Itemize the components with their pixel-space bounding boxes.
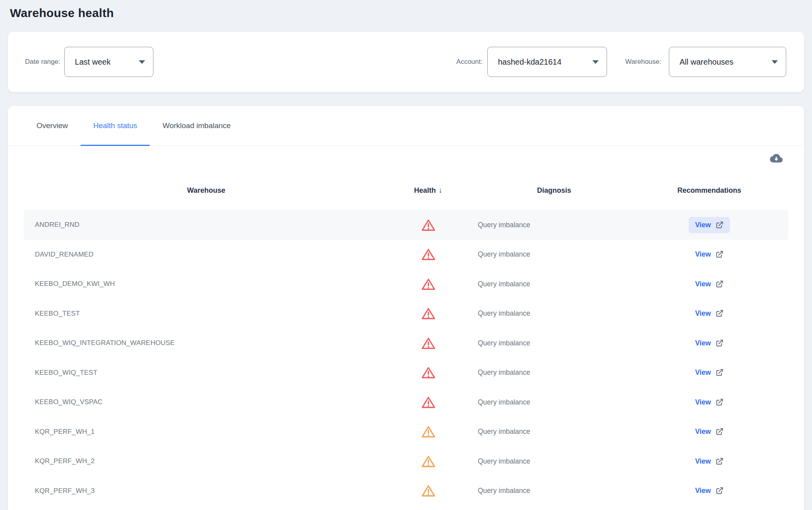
view-button[interactable]: View — [689, 217, 730, 233]
table-header-row: Warehouse Health ↓ Diagnosis Recommendat… — [24, 171, 788, 210]
external-link-icon — [715, 339, 724, 347]
external-link-icon — [715, 221, 724, 229]
warning-triangle-icon — [421, 278, 436, 291]
account-label: Account: — [456, 58, 483, 66]
download-button[interactable] — [768, 150, 785, 167]
view-label: View — [695, 250, 711, 259]
external-link-icon — [715, 398, 724, 406]
warning-triangle-icon — [421, 366, 436, 379]
external-link-icon — [715, 487, 724, 495]
diagnosis-text: Query imbalance — [468, 457, 630, 466]
external-link-icon — [715, 457, 724, 466]
warehouse-name: ANDREI_RND — [24, 221, 389, 229]
column-header-health-label: Health — [414, 186, 436, 195]
account-select[interactable]: hashed-kda21614 — [487, 47, 607, 77]
warning-triangle-icon — [421, 248, 436, 261]
warehouse-name: KEEBO_WIQ_TEST — [24, 369, 389, 377]
date-range-value: Last week — [75, 58, 111, 67]
diagnosis-text: Query imbalance — [468, 487, 630, 495]
diagnosis-text: Query imbalance — [468, 398, 630, 406]
view-button[interactable]: View — [689, 335, 730, 351]
warehouse-name: KEEBO_DEMO_KWI_WH — [24, 280, 389, 288]
warehouse-name: KEEBO_TEST — [24, 310, 389, 318]
view-button[interactable]: View — [689, 424, 730, 440]
warehouse-name: KQR_PERF_WH_2 — [24, 457, 389, 465]
external-link-icon — [715, 280, 724, 288]
view-label: View — [695, 309, 711, 318]
warning-triangle-icon — [421, 219, 436, 232]
view-button[interactable]: View — [689, 394, 730, 410]
view-label: View — [695, 339, 711, 347]
warehouse-name: KEEBO_WIQ_VSPAC — [24, 398, 389, 406]
warehouse-select[interactable]: All warehouses — [669, 47, 786, 77]
table-row: KQR_PERF_WH_1 Query imbalance View — [24, 417, 788, 447]
table-row: DAVID_RENAMED Query imbalance View — [24, 240, 788, 270]
tab-overview[interactable]: Overview — [24, 106, 80, 146]
view-label: View — [695, 280, 711, 288]
account-value: hashed-kda21614 — [498, 58, 561, 67]
table-toolbar — [8, 146, 804, 171]
warehouse-name: KQR_PERF_WH_3 — [24, 487, 389, 495]
external-link-icon — [715, 428, 724, 436]
view-button[interactable]: View — [689, 453, 730, 470]
warehouse-label: Warehouse: — [625, 58, 661, 66]
view-label: View — [695, 398, 711, 406]
view-button[interactable]: View — [689, 305, 730, 322]
tab-health-status[interactable]: Health status — [80, 106, 150, 146]
table-row: KEEBO_TEST Query imbalance View — [24, 299, 788, 329]
diagnosis-text: Query imbalance — [468, 280, 630, 288]
chevron-down-icon — [139, 60, 145, 64]
table-row: KQR_PERF_WH_3 Query imbalance View — [24, 476, 788, 506]
external-link-icon — [715, 309, 724, 318]
view-button[interactable]: View — [689, 246, 730, 263]
view-button[interactable]: View — [689, 364, 730, 381]
view-label: View — [695, 428, 711, 436]
table-row: KEEBO_WIQ_INTEGRATION_WAREHOUSE Query im… — [24, 328, 788, 358]
warning-triangle-icon — [421, 455, 436, 468]
warehouse-name: DAVID_RENAMED — [24, 251, 389, 259]
column-header-warehouse[interactable]: Warehouse — [24, 186, 389, 195]
filter-right-group: Account: hashed-kda21614 Warehouse: All … — [456, 47, 786, 77]
view-label: View — [695, 221, 711, 229]
filter-bar: Date range: Last week Account: hashed-kd… — [8, 32, 804, 92]
warning-triangle-icon — [421, 425, 436, 438]
diagnosis-text: Query imbalance — [468, 250, 630, 259]
warehouse-value: All warehouses — [680, 58, 733, 67]
column-header-recommendations[interactable]: Recommendations — [630, 186, 788, 195]
table-body: ANDREI_RND Query imbalance View DAVID_RE… — [24, 210, 788, 506]
warning-triangle-icon — [421, 484, 436, 497]
warning-triangle-icon — [421, 307, 436, 320]
table-row: KQR_PERF_WH_2 Query imbalance View — [24, 447, 788, 476]
warning-triangle-icon — [421, 396, 436, 409]
health-table: Warehouse Health ↓ Diagnosis Recommendat… — [24, 171, 788, 506]
column-header-health[interactable]: Health ↓ — [389, 186, 468, 195]
health-status-panel: Overview Health status Workload imbalanc… — [8, 106, 804, 510]
view-button[interactable]: View — [689, 276, 730, 292]
external-link-icon — [715, 368, 724, 377]
view-label: View — [695, 487, 711, 495]
column-header-diagnosis[interactable]: Diagnosis — [468, 186, 630, 195]
table-row: ANDREI_RND Query imbalance View — [24, 210, 788, 240]
warning-triangle-icon — [421, 337, 436, 350]
date-range-label: Date range: — [25, 58, 60, 66]
view-label: View — [695, 368, 711, 377]
warehouse-name: KQR_PERF_WH_1 — [24, 428, 389, 436]
cloud-download-icon — [769, 152, 784, 165]
table-row: KEEBO_WIQ_TEST Query imbalance View — [24, 358, 788, 388]
diagnosis-text: Query imbalance — [468, 221, 630, 229]
view-button[interactable]: View — [689, 483, 730, 499]
diagnosis-text: Query imbalance — [468, 309, 630, 318]
diagnosis-text: Query imbalance — [468, 339, 630, 347]
chevron-down-icon — [772, 60, 778, 64]
chevron-down-icon — [592, 60, 599, 64]
tab-workload-imbalance[interactable]: Workload imbalance — [150, 106, 243, 146]
diagnosis-text: Query imbalance — [468, 428, 630, 436]
view-label: View — [695, 457, 711, 466]
external-link-icon — [715, 250, 724, 259]
tab-bar: Overview Health status Workload imbalanc… — [8, 106, 804, 146]
table-row: KEEBO_DEMO_KWI_WH Query imbalance View — [24, 269, 788, 299]
warehouse-name: KEEBO_WIQ_INTEGRATION_WAREHOUSE — [24, 339, 389, 347]
page-title: Warehouse health — [10, 6, 114, 20]
date-range-select[interactable]: Last week — [64, 47, 153, 77]
table-row: KEEBO_WIQ_VSPAC Query imbalance View — [24, 387, 788, 417]
